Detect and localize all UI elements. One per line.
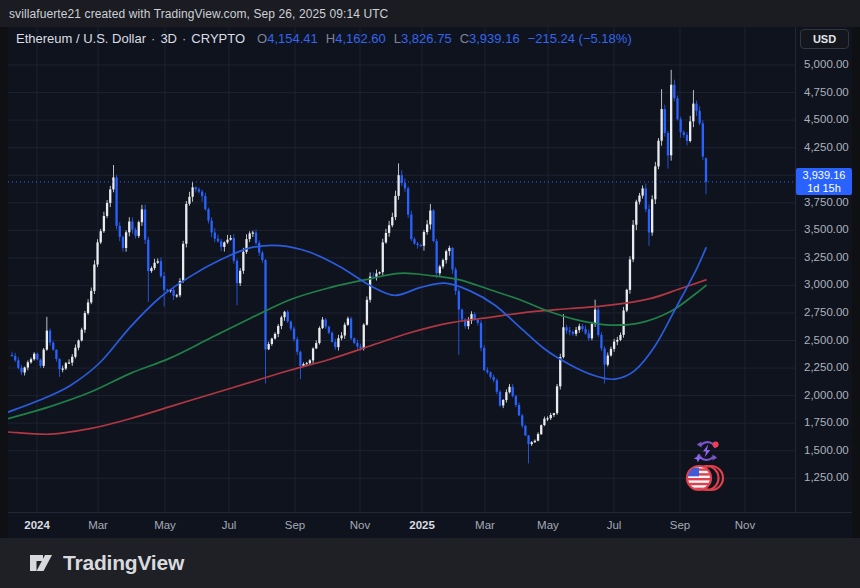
legend-separator: · — [151, 31, 155, 46]
price-axis[interactable]: 5,000.004,750.004,500.004,250.004,000.00… — [795, 27, 852, 512]
price-tick: 3,000.00 — [804, 278, 849, 290]
ohlc-values: O4,154.41 H4,162.60 L3,826.75 C3,939.16 … — [257, 31, 632, 46]
high-value: 4,162.60 — [335, 31, 386, 46]
attribution-bar: svillafuerte21 created with TradingView.… — [0, 0, 860, 27]
time-tick: Sep — [660, 519, 700, 531]
open-label: O — [257, 31, 267, 46]
price-tick: 1,250.00 — [804, 471, 849, 483]
price-tick: 4,250.00 — [804, 141, 849, 153]
time-tick: 2025 — [402, 519, 442, 531]
price-tick: 2,750.00 — [804, 306, 849, 318]
tradingview-logo-icon[interactable] — [28, 550, 54, 576]
time-tick: Mar — [465, 519, 505, 531]
time-axis[interactable]: 2024MarMayJulSepNov2025MarMayJulSepNov — [8, 512, 852, 538]
close-value: 3,939.16 — [469, 31, 520, 46]
usd-flag-icon — [685, 461, 725, 495]
price-tick: 1,750.00 — [804, 416, 849, 428]
high-label: H — [326, 31, 335, 46]
price-tick: 3,250.00 — [804, 251, 849, 263]
last-price-value: 3,939.16 — [796, 169, 852, 182]
time-tick: Jul — [594, 519, 634, 531]
bar-countdown: 1d 15h — [796, 182, 852, 195]
price-tick: 2,250.00 — [804, 361, 849, 373]
open-value: 4,154.41 — [267, 31, 318, 46]
low-label: L — [394, 31, 401, 46]
time-tick: Nov — [725, 519, 765, 531]
page: { "attribution": "svillafuerte21 created… — [0, 0, 860, 588]
symbol-legend[interactable]: Ethereum / U.S. Dollar · 3D · CRYPTO O4,… — [16, 31, 632, 46]
price-tick: 2,500.00 — [804, 334, 849, 346]
time-tick: Nov — [340, 519, 380, 531]
symbol-name: Ethereum / U.S. Dollar — [16, 31, 146, 46]
attribution-text: svillafuerte21 created with TradingView.… — [9, 7, 388, 21]
brand-wordmark[interactable]: TradingView — [63, 551, 184, 575]
price-tick: 5,000.00 — [804, 58, 849, 70]
time-tick: Mar — [78, 519, 118, 531]
interval-label: 3D — [160, 31, 177, 46]
price-tick: 4,750.00 — [804, 86, 849, 98]
price-tick: 2,000.00 — [804, 389, 849, 401]
exchange-label: CRYPTO — [191, 31, 245, 46]
time-tick: Sep — [275, 519, 315, 531]
time-tick: Jul — [209, 519, 249, 531]
chart-panel: Ethereum / U.S. Dollar · 3D · CRYPTO O4,… — [8, 27, 852, 538]
price-tick: 3,750.00 — [804, 196, 849, 208]
time-tick: May — [145, 519, 185, 531]
price-tick: 4,500.00 — [804, 113, 849, 125]
price-chart[interactable] — [8, 27, 795, 512]
footer-bar: TradingView — [0, 538, 860, 588]
close-label: C — [460, 31, 469, 46]
price-tick: 1,500.00 — [804, 444, 849, 456]
last-price-label: 3,939.16 1d 15h — [796, 168, 852, 195]
low-value: 3,826.75 — [401, 31, 452, 46]
price-tick: 3,500.00 — [804, 223, 849, 235]
currency-toggle-button[interactable]: USD — [800, 29, 849, 49]
time-tick: May — [528, 519, 568, 531]
time-tick: 2024 — [17, 519, 57, 531]
legend-separator: · — [182, 31, 186, 46]
change-value: −215.24 (−5.18%) — [528, 31, 632, 46]
instrument-logos — [685, 437, 733, 495]
